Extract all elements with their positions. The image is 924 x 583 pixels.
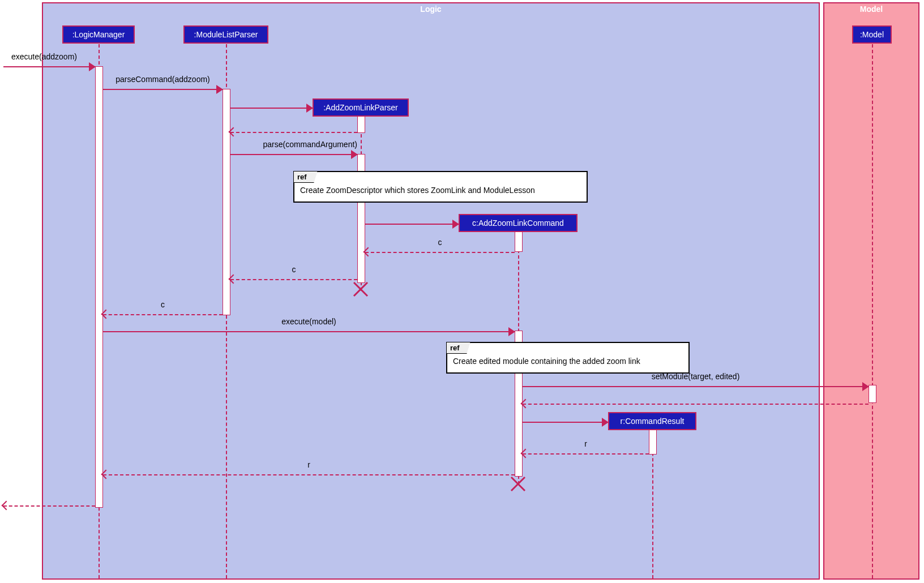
ref-tag: ref [294,172,318,183]
msg-return-c-to-mlp: c [230,275,357,284]
ref-zoomdescriptor-text: Create ZoomDescriptor which stores ZoomL… [294,172,587,199]
frame-logic-title: Logic [43,3,819,15]
msg-return-c-to-parser: c [365,248,515,257]
ref-tag: ref [447,342,470,354]
activation-model [869,385,876,403]
msg-setmodule: setModule(target, edited) [523,382,869,391]
msg-return-setmodule [523,400,869,409]
lifeline-head-commandresult: r:CommandResult [608,412,696,430]
msg-return-azlp [230,128,357,137]
activation-modulelistparser [223,89,230,315]
sequence-diagram: Logic Model :LogicManager :ModuleListPar… [0,0,924,583]
msg-execute-addzoom: execute(addzoom) [3,62,95,71]
msg-execute-model: execute(model) [103,327,515,336]
msg-return-r-to-c: r [523,449,649,458]
lifeline-head-model: :Model [852,25,892,44]
ref-editedmodule-text: Create edited module containing the adde… [447,343,688,370]
msg-parsecommand: parseCommand(addzoom) [103,85,223,94]
msg-return-out [3,501,95,511]
activation-logicmanager [95,66,103,508]
ref-editedmodule: ref Create edited module containing the … [446,342,690,374]
msg-create-azlp [230,104,313,113]
ref-zoomdescriptor: ref Create ZoomDescriptor which stores Z… [293,171,588,203]
lifeline-head-logicmanager: :LogicManager [62,25,135,44]
lifeline-head-modulelistparser: :ModuleListParser [183,25,268,44]
lifeline-head-addzoomlinkcommand: c:AddZoomLinkCommand [459,214,578,232]
frame-model: Model [823,2,919,580]
msg-parse-arg: parse(commandArgument) [230,150,357,159]
msg-create-commandresult [523,418,608,427]
frame-model-title: Model [824,3,918,15]
lifeline-head-addzoomlinkparser: :AddZoomLinkParser [313,98,409,117]
lifeline-model [872,44,873,578]
msg-create-azlc [365,220,459,229]
msg-return-r-to-lm: r [103,470,515,479]
